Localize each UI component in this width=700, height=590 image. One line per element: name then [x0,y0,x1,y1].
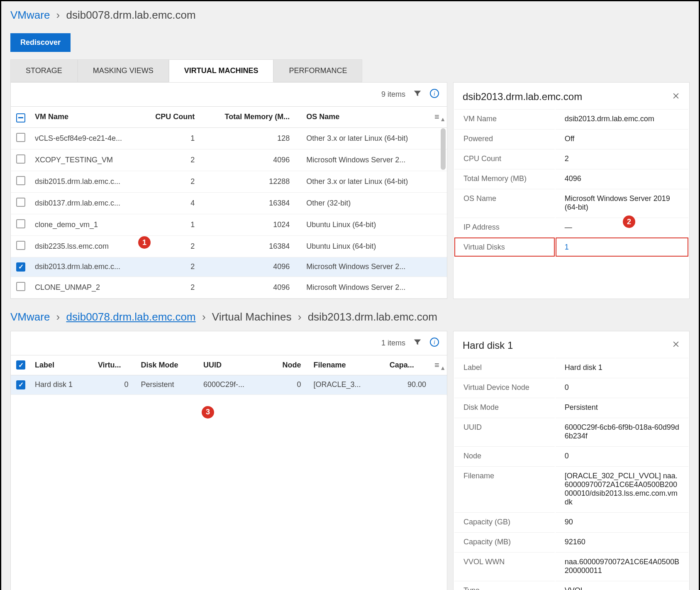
row-checkbox[interactable] [16,154,25,164]
info-icon[interactable]: i [429,88,439,100]
col-label[interactable]: Label [31,355,94,375]
col-cpu-count[interactable]: CPU Count [142,107,207,128]
row-checkbox[interactable] [16,176,25,185]
col-node[interactable]: Node [267,355,310,375]
col-filename[interactable]: Filename [309,355,385,375]
disk-vdn-v: 0 [556,378,688,397]
table-row[interactable]: clone_demo_vm_111024Ubuntu Linux (64-bit… [11,214,447,235]
table-row[interactable]: dsib2015.drm.lab.emc.c...212288Other 3.x… [11,171,447,192]
tab-performance[interactable]: PERFORMANCE [273,59,362,82]
col-virt[interactable]: Virtu... [94,355,137,375]
breadcrumb-sep-icon: › [56,311,60,323]
columns-menu-icon[interactable]: ≡ [434,112,439,121]
breadcrumb-host-2[interactable]: dsib0078.drm.lab.emc.com [66,311,196,323]
cell-os: Other 3.x or later Linux (64-bit) [302,171,430,192]
cell-mem: 16384 [207,235,302,257]
col-os-name[interactable]: OS Name [302,107,430,128]
annotation-1: 1 [138,236,151,249]
virtual-disks-link[interactable]: 1 [565,243,569,251]
row-checkbox[interactable] [16,198,25,207]
cell-os: Ubuntu Linux (64-bit) [302,214,430,235]
info-icon[interactable]: i [429,337,439,349]
scrollbar-thumb[interactable] [441,128,446,170]
col-capa[interactable]: Capa... [385,355,430,375]
cell-os: Other 3.x or later Linux (64-bit) [302,127,430,149]
cell-vm-name: vCLS-e5cf84e9-ce21-4e... [31,127,142,149]
detail-mem-value: 4096 [556,169,688,188]
disk-uuid-v: 6000C29f-6cb6-6f9b-018a-60d99d6b234f [556,418,688,446]
tab-virtual-machines[interactable]: VIRTUAL MACHINES [169,59,274,82]
breadcrumb-root-2[interactable]: VMware [10,311,50,323]
table-row[interactable]: vCLS-e5cf84e9-ce21-4e...1128Other 3.x or… [11,127,447,149]
breadcrumb-root[interactable]: VMware [10,9,50,21]
row-checkbox[interactable] [16,282,25,291]
table-row[interactable]: dsib0137.drm.lab.emc.c...416384Other (32… [11,192,447,214]
select-all-checkbox[interactable] [16,113,25,122]
col-disk-mode[interactable]: Disk Mode [137,355,199,375]
items-count-2: 1 items [381,339,405,348]
cell-disk-mode: Persistent [137,375,199,394]
table-row[interactable]: dsib2235.lss.emc.com216384Ubuntu Linux (… [11,235,447,257]
cell-filename: [ORACLE_3... [309,375,385,394]
svg-text:i: i [434,339,435,345]
cell-cpu: 2 [142,235,207,257]
scroll-up-icon[interactable]: ▲ [440,116,446,122]
row-checkbox[interactable] [16,262,25,272]
close-icon[interactable] [672,340,680,350]
filter-icon[interactable] [413,338,422,349]
cell-mem: 4096 [207,149,302,171]
cell-vm-name: clone_demo_vm_1 [31,214,142,235]
detail-vm-name-label: VM Name [454,109,555,128]
row-checkbox[interactable] [16,133,25,142]
detail-cpu-value: 2 [556,149,688,168]
cell-os: Microsoft Windows Server 2... [302,277,430,298]
table-row[interactable]: CLONE_UNMAP_224096Microsoft Windows Serv… [11,277,447,298]
disk-vdn-l: Virtual Device Node [454,378,555,397]
annotation-3: 3 [202,406,214,419]
detail-os-label: OS Name [454,189,555,217]
cell-vm-name: CLONE_UNMAP_2 [31,277,142,298]
table-row[interactable]: XCOPY_TESTING_VM24096Microsoft Windows S… [11,149,447,171]
scroll-up-icon[interactable]: ▲ [440,365,446,371]
table-row[interactable]: Hard disk 10Persistent6000C29f-...0[ORAC… [11,375,447,394]
disk-type-l: Type [454,581,555,590]
cell-cpu: 2 [142,171,207,192]
columns-menu-icon[interactable]: ≡ [434,360,439,370]
row-checkbox[interactable] [16,380,25,389]
disk-wwn-v: naa.60000970072A1C6E4A0500B200000011 [556,552,688,580]
cell-virt: 0 [94,375,137,394]
cell-mem: 128 [207,127,302,149]
table-row[interactable]: dsib2013.drm.lab.emc.c...24096Microsoft … [11,257,447,277]
disk-label-v: Hard disk 1 [556,358,688,377]
disk-dm-v: Persistent [556,398,688,417]
cell-label: Hard disk 1 [31,375,94,394]
tab-storage[interactable]: STORAGE [10,59,78,82]
disk-detail-panel: Hard disk 1 LabelHard disk 1 Virtual Dev… [453,331,690,590]
vm-table-panel: 9 items i VM Name CPU Count Total Memory… [10,82,447,299]
detail-cpu-label: CPU Count [454,149,555,168]
col-total-memory[interactable]: Total Memory (M... [207,107,302,128]
cell-node: 0 [267,375,310,394]
cell-vm-name: dsib2013.drm.lab.emc.c... [31,257,142,277]
row-checkbox[interactable] [16,219,25,228]
col-uuid[interactable]: UUID [199,355,267,375]
rediscover-button[interactable]: Rediscover [10,33,71,52]
disk-cgb-l: Capacity (GB) [454,512,555,531]
disk-list-section: VMware › dsib0078.drm.lab.emc.com › Virt… [1,306,699,590]
detail-vm-name-value: dsib2013.drm.lab.emc.com [556,109,688,128]
cell-cpu: 1 [142,127,207,149]
tab-masking-views[interactable]: MASKING VIEWS [78,59,169,82]
detail-title: dsib2013.drm.lab.emc.com [463,91,582,103]
col-vm-name[interactable]: VM Name [31,107,142,128]
breadcrumb-sep-icon: › [298,311,302,323]
close-icon[interactable] [672,92,680,102]
filter-icon[interactable] [413,89,422,100]
cell-capa: 90.00 [385,375,430,394]
row-checkbox[interactable] [16,241,25,250]
select-all-disks-checkbox[interactable] [16,360,25,370]
disk-cmb-v: 92160 [556,532,688,551]
cell-vm-name: dsib0137.drm.lab.emc.c... [31,192,142,214]
breadcrumb-sep-icon: › [56,9,60,21]
disk-cmb-l: Capacity (MB) [454,532,555,551]
disk-table: Label Virtu... Disk Mode UUID Node Filen… [11,355,447,395]
